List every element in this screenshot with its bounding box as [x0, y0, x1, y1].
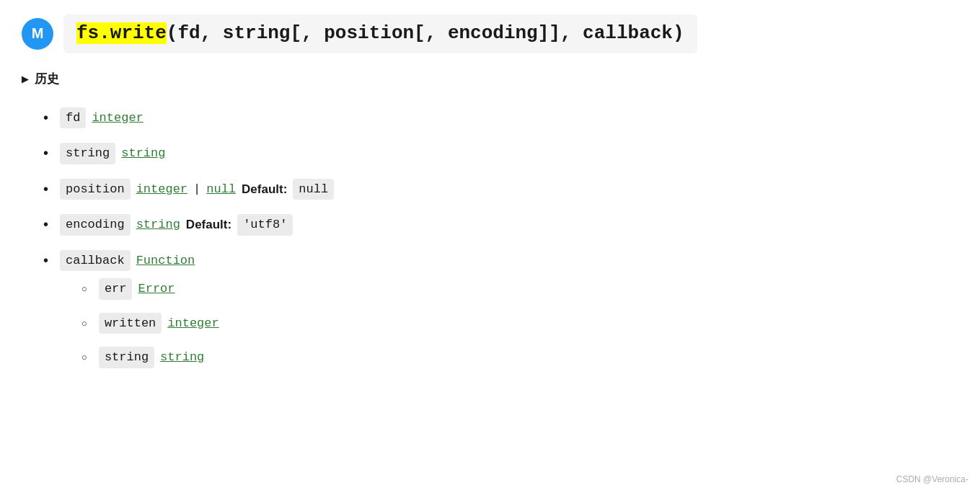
- sub-param-written-content: written integer: [99, 313, 219, 334]
- param-default-value-encoding: 'utf8': [237, 214, 293, 236]
- history-section[interactable]: ▶ 历史: [22, 71, 958, 87]
- param-name-string: string: [60, 143, 115, 164]
- bullet-dot: •: [43, 250, 48, 270]
- param-type-position-null[interactable]: null: [206, 180, 236, 199]
- sub-param-written: ○ written integer: [81, 313, 980, 334]
- sub-param-name-err: err: [99, 278, 133, 300]
- header-row: M fs.write(fd, string[, position[, encod…: [22, 14, 958, 53]
- function-signature: fs.write(fd, string[, position[, encodin…: [63, 14, 697, 53]
- callback-container: callback Function ○ err Error ○ written …: [60, 250, 958, 381]
- bullet-dot: •: [43, 179, 48, 199]
- sub-param-string-content: string string: [99, 347, 204, 368]
- sub-param-string: ○ string string: [81, 347, 980, 368]
- sub-param-err: ○ err Error: [81, 278, 980, 300]
- param-position: • position integer | null Default: null: [43, 179, 958, 200]
- sub-bullet-written: ○: [81, 316, 87, 331]
- param-type-position-integer[interactable]: integer: [136, 180, 187, 199]
- history-label: 历史: [35, 71, 59, 87]
- param-position-content: position integer | null Default: null: [60, 179, 334, 200]
- param-type-encoding[interactable]: string: [136, 216, 180, 234]
- param-default-label-encoding: Default:: [186, 216, 231, 234]
- callback-sub-list: ○ err Error ○ written integer ○: [81, 278, 980, 381]
- signature-rest: (fd, string[, position[, encoding]], cal…: [167, 22, 684, 44]
- sub-bullet-string: ○: [81, 350, 87, 365]
- param-name-position: position: [60, 179, 131, 200]
- bullet-dot: •: [43, 214, 48, 234]
- param-name-encoding: encoding: [60, 214, 131, 236]
- param-callback: • callback Function ○ err Error ○ writte…: [43, 250, 958, 381]
- callback-header: callback Function: [60, 250, 958, 272]
- signature-highlight: fs.write: [76, 22, 167, 44]
- sub-bullet-err: ○: [81, 282, 87, 296]
- history-arrow-icon: ▶: [22, 74, 29, 84]
- sub-param-name-string: string: [99, 347, 154, 368]
- param-fd-content: fd integer: [60, 107, 144, 129]
- param-encoding: • encoding string Default: 'utf8': [43, 214, 958, 236]
- params-list: • fd integer • string string • position …: [43, 107, 958, 381]
- sub-param-err-content: err Error: [99, 278, 175, 300]
- param-type-callback[interactable]: Function: [136, 252, 195, 270]
- watermark: CSDN @Veronica-: [896, 474, 968, 484]
- param-default-value-position: null: [293, 179, 334, 200]
- param-name-fd: fd: [60, 107, 86, 129]
- avatar: M: [22, 18, 53, 50]
- param-string: • string string: [43, 143, 958, 164]
- sub-param-type-err[interactable]: Error: [138, 280, 175, 298]
- bullet-dot: •: [43, 107, 48, 128]
- param-type-fd[interactable]: integer: [92, 109, 143, 128]
- param-name-callback: callback: [60, 250, 131, 272]
- sub-param-type-string[interactable]: string: [160, 348, 204, 367]
- param-separator-position: |: [193, 180, 200, 199]
- param-string-content: string string: [60, 143, 165, 164]
- sub-param-name-written: written: [99, 313, 162, 334]
- param-default-label-position: Default:: [242, 180, 287, 199]
- param-encoding-content: encoding string Default: 'utf8': [60, 214, 293, 236]
- bullet-dot: •: [43, 143, 48, 163]
- param-type-string[interactable]: string: [121, 144, 165, 163]
- sub-param-type-written[interactable]: integer: [167, 314, 218, 333]
- param-fd: • fd integer: [43, 107, 958, 129]
